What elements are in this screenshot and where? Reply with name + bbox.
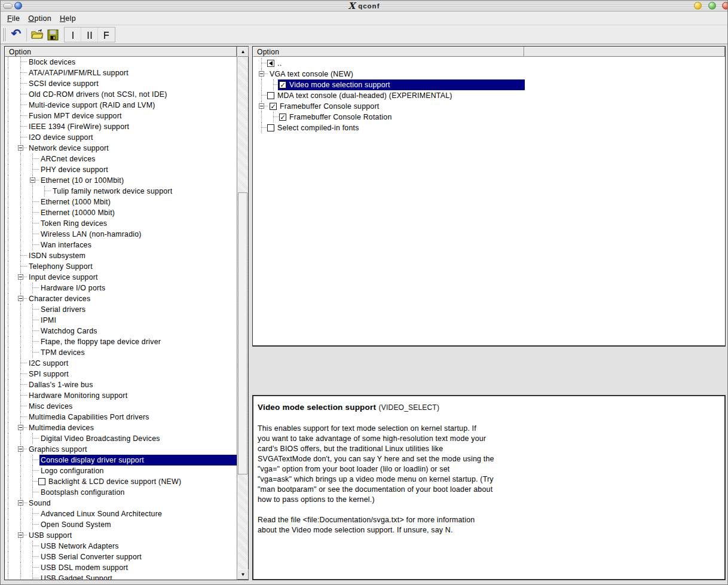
tree-row[interactable]: Hardware Monitoring support: [5, 390, 237, 401]
window-menu-button[interactable]: [3, 3, 13, 9]
tree-item-label[interactable]: Hardware I/O ports: [39, 283, 106, 293]
tree-row[interactable]: Dallas's 1-wire bus: [5, 379, 237, 390]
tree-item-label[interactable]: USB support: [27, 530, 73, 541]
option-column-header[interactable]: Option: [5, 47, 237, 57]
checkbox-unchecked[interactable]: [267, 124, 274, 131]
collapse-minus-icon[interactable]: [30, 177, 35, 183]
tree-item-label[interactable]: Multimedia Capabilities Port drivers: [27, 412, 151, 422]
tree-row[interactable]: Network device support: [5, 143, 237, 154]
tree-item-label[interactable]: Backlight & LCD device support (NEW): [47, 476, 182, 487]
collapse-minus-icon[interactable]: [18, 500, 23, 506]
tree-row[interactable]: ✓Framebuffer Console Rotation: [253, 112, 725, 122]
tree-item-label[interactable]: Wan interfaces: [39, 240, 93, 250]
collapse-minus-icon[interactable]: [259, 71, 264, 76]
tree-item-label[interactable]: SCSI device support: [27, 78, 100, 89]
tree-row[interactable]: VGA text console (NEW): [253, 69, 725, 79]
tree-row[interactable]: Misc devices: [5, 401, 237, 412]
tree-row[interactable]: Multi-device support (RAID and LVM): [5, 100, 237, 111]
tree-row[interactable]: Ethernet (10000 Mbit): [5, 207, 237, 218]
minimize-button[interactable]: [694, 2, 702, 10]
tree-item-label[interactable]: Block devices: [27, 57, 77, 68]
tree-row[interactable]: SCSI device support: [5, 78, 237, 89]
tree-item-label[interactable]: Advanced Linux Sound Architecture: [39, 509, 163, 519]
tree-item-label[interactable]: ..: [276, 58, 283, 69]
scroll-up-button[interactable]: ▲: [237, 47, 249, 57]
tree-item-label[interactable]: Ftape, the floppy tape device driver: [39, 336, 162, 347]
close-button[interactable]: [722, 2, 728, 10]
tree-row[interactable]: USB DSL modem support: [5, 562, 237, 573]
tree-row[interactable]: Logo configuration: [5, 465, 237, 476]
tree-item-label[interactable]: Fusion MPT device support: [27, 111, 123, 121]
tree-row[interactable]: USB Serial Converter support: [5, 552, 237, 562]
tree-row[interactable]: USB Network Adapters: [5, 541, 237, 552]
tree-item-label[interactable]: Dallas's 1-wire bus: [27, 379, 94, 390]
tree-row[interactable]: Backlight & LCD device support (NEW): [5, 476, 237, 487]
tree-row[interactable]: ✓Video mode selection support: [253, 79, 725, 90]
tree-item-label[interactable]: ATA/ATAPI/MFM/RLL support: [27, 68, 130, 78]
tree-item-label[interactable]: USB Network Adapters: [39, 541, 120, 552]
tree-row[interactable]: Serial drivers: [5, 304, 237, 315]
collapse-minus-icon[interactable]: [18, 274, 23, 280]
scrollbar-thumb[interactable]: [238, 192, 247, 474]
tree-row[interactable]: Fusion MPT device support: [5, 111, 237, 121]
tree-row[interactable]: Block devices: [5, 57, 237, 68]
tree-row[interactable]: Hardware I/O ports: [5, 283, 237, 293]
tree-row[interactable]: Sound: [5, 498, 237, 509]
tree-row[interactable]: SPI support: [5, 369, 237, 379]
tree-row[interactable]: Ftape, the floppy tape device driver: [5, 336, 237, 347]
tree-item-label[interactable]: Watchdog Cards: [39, 326, 99, 336]
tree-item-label[interactable]: Telephony Support: [27, 261, 94, 272]
full-view-button[interactable]: [98, 27, 115, 43]
tree-row[interactable]: ISDN subsystem: [5, 250, 237, 261]
tree-item-label[interactable]: VGA text console (NEW): [268, 69, 354, 79]
tree-item-label[interactable]: Logo configuration: [39, 465, 105, 476]
tree-row[interactable]: Console display driver support: [5, 455, 237, 465]
tree-row[interactable]: Token Ring devices: [5, 218, 237, 229]
tree-item-label[interactable]: I2C support: [27, 358, 69, 369]
tree-item-label[interactable]: Multimedia devices: [27, 422, 95, 433]
maximize-button[interactable]: [708, 2, 716, 10]
load-config-button[interactable]: [29, 27, 45, 42]
left-scrollbar[interactable]: ▲ ▼: [237, 47, 248, 580]
collapse-minus-icon[interactable]: [18, 446, 23, 452]
checkbox-checked[interactable]: ✓: [270, 103, 277, 110]
tree-row[interactable]: Wireless LAN (non-hamradio): [5, 229, 237, 240]
tree-item-label[interactable]: Misc devices: [27, 401, 74, 412]
tree-row[interactable]: Tulip family network device support: [5, 186, 237, 197]
option-column-header[interactable]: Option: [253, 47, 524, 57]
tree-item-label[interactable]: Open Sound System: [39, 519, 112, 530]
tree-row[interactable]: I2O device support: [5, 132, 237, 143]
tree-item-label[interactable]: I2O device support: [27, 132, 94, 143]
tree-item-label[interactable]: Serial drivers: [39, 304, 87, 315]
collapse-minus-icon[interactable]: [18, 145, 23, 151]
tree-item-label[interactable]: Bootsplash configuration: [39, 487, 126, 498]
tree-item-label[interactable]: PHY device support: [39, 164, 109, 175]
split-view-button[interactable]: [81, 27, 98, 43]
menu-file[interactable]: File: [3, 13, 24, 24]
toolbar-drag-handle[interactable]: [2, 28, 5, 41]
tree-item-label[interactable]: IPMI: [39, 315, 57, 326]
scroll-down-button[interactable]: ▼: [237, 569, 249, 580]
tree-item-label[interactable]: Console display driver support: [39, 455, 145, 465]
tree-row[interactable]: Old CD-ROM drivers (not SCSI, not IDE): [5, 89, 237, 100]
tree-item-label[interactable]: Graphics support: [27, 444, 88, 455]
go-up-icon[interactable]: [267, 60, 274, 67]
titlebar[interactable]: X qconf: [1, 1, 727, 11]
tree-row[interactable]: Select compiled-in fonts: [253, 122, 725, 133]
tree-item-label[interactable]: ARCnet devices: [39, 154, 97, 164]
back-button[interactable]: ↶: [8, 27, 24, 42]
tree-item-label[interactable]: Ethernet (10 or 100Mbit): [39, 175, 125, 186]
tree-item-label[interactable]: IEEE 1394 (FireWire) support: [27, 121, 130, 132]
tree-row[interactable]: ✓Framebuffer Console support: [253, 101, 725, 112]
tree-row[interactable]: Digital Video Broadcasting Devices: [5, 433, 237, 444]
tree-row[interactable]: Watchdog Cards: [5, 326, 237, 336]
checkbox-unchecked[interactable]: [267, 92, 274, 99]
tree-item-label[interactable]: Select compiled-in fonts: [276, 122, 360, 133]
tree-item-label[interactable]: Video mode selection support: [288, 79, 391, 90]
tree-item-label[interactable]: MDA text console (dual-headed) (EXPERIME…: [276, 90, 454, 101]
tree-row[interactable]: IEEE 1394 (FireWire) support: [5, 121, 237, 132]
tree-item-label[interactable]: USB Serial Converter support: [39, 552, 143, 562]
tree-item-label[interactable]: USB Gadget Support: [39, 573, 114, 580]
tree-item-label[interactable]: Network device support: [27, 143, 110, 154]
tree-row[interactable]: Ethernet (1000 Mbit): [5, 197, 237, 207]
